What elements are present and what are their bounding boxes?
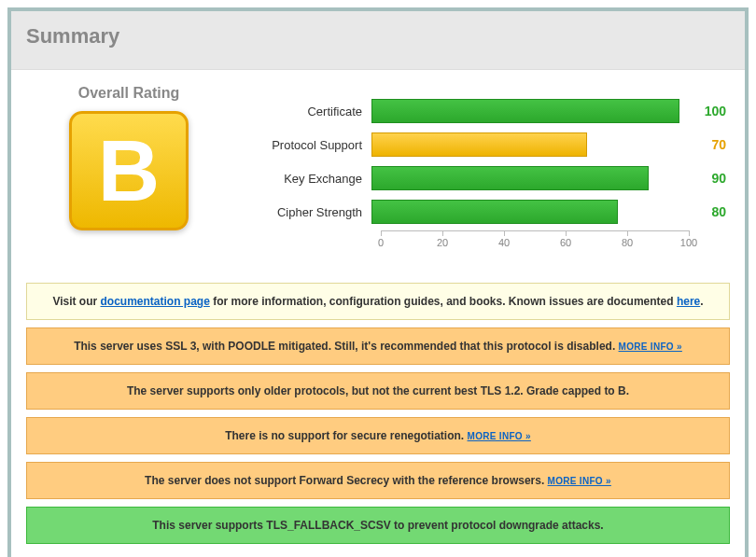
notice-text: Visit our — [52, 295, 100, 308]
notice-text: . — [700, 295, 703, 308]
overall-rating-column: Overall Rating B — [26, 83, 231, 230]
notice-older-protocols: The server supports only older protocols… — [26, 372, 730, 410]
notice-fallback-scsv: This server supports TLS_FALLBACK_SCSV t… — [26, 507, 730, 544]
grade-badge: B — [69, 111, 189, 230]
axis-track: 0 20 40 60 80 100 — [381, 230, 689, 251]
tick-label: 40 — [498, 237, 510, 248]
bar-fill — [371, 200, 618, 224]
notice-text: for more information, configuration guid… — [210, 295, 677, 308]
notice-text: There is no support for secure renegotia… — [225, 429, 467, 442]
notice-text: This server supports TLS_FALLBACK_SCSV t… — [152, 519, 603, 532]
tick-label: 80 — [622, 237, 633, 248]
bar-value: 100 — [679, 104, 726, 118]
more-info-link[interactable]: MORE INFO » — [468, 431, 531, 441]
bar-track — [371, 132, 679, 157]
bar-label: Key Exchange — [250, 172, 371, 186]
bar-row-key-exchange: Key Exchange 90 — [250, 161, 730, 195]
tick-label: 0 — [378, 237, 384, 248]
bar-fill — [371, 99, 679, 123]
bar-row-cipher-strength: Cipher Strength 80 — [250, 195, 730, 229]
bar-label: Cipher Strength — [250, 205, 371, 219]
bar-label: Protocol Support — [250, 138, 371, 152]
bar-value: 80 — [679, 204, 726, 219]
bar-row-certificate: Certificate 100 — [250, 94, 730, 128]
bar-value: 70 — [679, 137, 726, 152]
summary-header: Summary — [11, 11, 745, 70]
chart-axis: 0 20 40 60 80 100 — [250, 229, 730, 253]
notice-text: The server supports only older protocols… — [127, 384, 629, 397]
known-issues-link[interactable]: here — [677, 295, 700, 308]
bar-value: 90 — [679, 171, 726, 186]
grade-letter: B — [98, 122, 160, 220]
summary-content: Overall Rating B Certificate 100 Protoco… — [11, 70, 745, 557]
bar-track — [371, 99, 679, 123]
notices: Visit our documentation page for more in… — [26, 283, 730, 544]
more-info-link[interactable]: MORE INFO » — [548, 476, 611, 486]
bar-row-protocol-support: Protocol Support 70 — [250, 128, 730, 161]
notice-documentation: Visit our documentation page for more in… — [26, 283, 730, 320]
bar-fill — [371, 166, 649, 190]
notice-forward-secrecy: The server does not support Forward Secr… — [26, 462, 730, 499]
summary-panel: Summary Overall Rating B Certificate 100 — [7, 7, 749, 557]
documentation-link[interactable]: documentation page — [101, 295, 210, 308]
summary-title: Summary — [26, 24, 730, 49]
notice-text: The server does not support Forward Secr… — [145, 474, 547, 487]
more-info-link[interactable]: MORE INFO » — [619, 341, 682, 352]
bar-label: Certificate — [250, 104, 371, 118]
notice-ssl3: This server uses SSL 3, with POODLE miti… — [26, 327, 730, 365]
score-chart: Certificate 100 Protocol Support 70 Key … — [250, 83, 730, 253]
notice-renegotiation: There is no support for secure renegotia… — [26, 417, 730, 454]
overall-rating-label: Overall Rating — [26, 85, 231, 102]
notice-text: This server uses SSL 3, with POODLE miti… — [74, 340, 618, 353]
rating-and-chart: Overall Rating B Certificate 100 Protoco… — [26, 79, 730, 260]
bar-track — [371, 200, 679, 224]
tick-label: 100 — [680, 237, 697, 248]
tick-label: 20 — [437, 237, 448, 248]
bar-track — [371, 166, 679, 190]
tick-label: 60 — [560, 237, 571, 248]
bar-fill — [371, 132, 587, 157]
